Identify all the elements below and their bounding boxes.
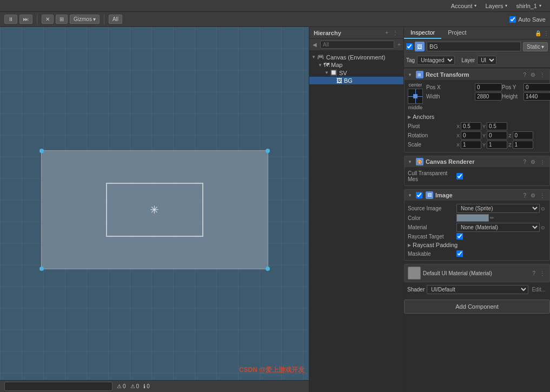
image-enabled-checkbox[interactable] xyxy=(416,192,422,198)
inspector-lock-btn[interactable]: 🔒 xyxy=(534,27,542,39)
material-more-btn[interactable]: ⋮ xyxy=(539,270,546,276)
image-help-btn[interactable]: ? xyxy=(522,192,527,198)
hierarchy-item-map[interactable]: ▼ 🗺 Map xyxy=(309,61,403,69)
source-image-select[interactable]: None (Sprite) xyxy=(456,204,540,213)
tab-inspector[interactable]: Inspector xyxy=(404,27,441,39)
scale-x-input[interactable] xyxy=(461,141,481,149)
rot-y-input[interactable] xyxy=(487,131,507,139)
gizmos-button[interactable]: Gizmos ▾ xyxy=(70,15,100,24)
all-label: All xyxy=(112,16,118,22)
info-badge: ℹ 0 xyxy=(143,383,150,389)
bg-rect[interactable]: ✳ xyxy=(41,150,268,269)
canvas-renderer-more-btn[interactable]: ⋮ xyxy=(539,159,546,165)
height-input[interactable] xyxy=(524,92,550,101)
auto-save-checkbox[interactable] xyxy=(509,16,516,23)
handle-top-right[interactable] xyxy=(266,149,270,153)
anchors-row[interactable]: ▶ Anchors xyxy=(408,112,546,121)
shader-select[interactable]: UI/Default xyxy=(427,285,528,294)
scale-z-input[interactable] xyxy=(513,141,533,149)
obj-active-checkbox[interactable] xyxy=(406,43,413,50)
handle-bottom-left[interactable] xyxy=(39,267,44,271)
gizmos-dropdown-icon: ▾ xyxy=(93,16,96,22)
inner-rect: ✳ xyxy=(106,183,203,237)
material-row: Material None (Material) ⊙ xyxy=(408,223,546,232)
canvas-renderer-help-btn[interactable]: ? xyxy=(522,159,527,165)
scale-x-label: X xyxy=(456,142,460,148)
pivot-x-label: X xyxy=(456,124,460,129)
pos-y-input[interactable] xyxy=(524,83,550,91)
rect-transform-header[interactable]: ▼ ⊞ Rect Transform ? ⚙ ⋮ xyxy=(405,69,549,80)
shader-edit-btn[interactable]: Edit... xyxy=(531,287,547,293)
error-icon: ⚠ xyxy=(117,383,122,389)
pivot-x-input[interactable] xyxy=(461,122,481,130)
maskable-checkbox[interactable] xyxy=(456,250,463,257)
rect-transform-icon: ⊞ xyxy=(416,71,423,78)
inspector-more-btn[interactable]: ⋮ xyxy=(542,27,550,39)
rot-x-input[interactable] xyxy=(461,131,481,139)
all-button[interactable]: All xyxy=(109,15,122,24)
rect-transform-help-btn[interactable]: ? xyxy=(522,72,527,78)
layers-menu[interactable]: Layers ▾ xyxy=(481,3,512,9)
tag-select[interactable]: Untagged xyxy=(417,56,455,65)
hierarchy-add-btn[interactable]: + xyxy=(384,30,389,36)
step-button[interactable]: ⏭ xyxy=(19,15,32,24)
image-more-btn[interactable]: ⋮ xyxy=(539,192,546,198)
hierarchy-plus-btn[interactable]: + xyxy=(396,42,402,48)
material-select[interactable]: None (Material) xyxy=(456,223,540,232)
user-menu[interactable]: shirln_1 ▾ xyxy=(512,3,546,9)
width-input[interactable] xyxy=(475,92,502,101)
pivot-label: Pivot xyxy=(408,123,456,129)
scale-y-input[interactable] xyxy=(487,141,507,149)
raycast-target-checkbox[interactable] xyxy=(456,233,463,240)
canvas-renderer-header[interactable]: ▼ 🎨 Canvas Renderer ? ⚙ ⋮ xyxy=(405,156,549,167)
hierarchy-item-map-root[interactable]: ▼ 🎮 Canvas (Environment) xyxy=(309,53,403,61)
rect-transform-settings-btn[interactable]: ⚙ xyxy=(529,72,536,78)
hierarchy-back-btn[interactable]: ◀ xyxy=(312,42,318,48)
image-settings-btn[interactable]: ⚙ xyxy=(529,192,536,198)
account-menu[interactable]: Account ▾ xyxy=(447,3,481,9)
watermark: CSDN @爱上游戏开发 xyxy=(235,363,309,377)
image-header[interactable]: ▼ 🖼 Image ? ⚙ ⋮ xyxy=(405,190,549,201)
raycast-padding-row[interactable]: ▶ Raycast Padding xyxy=(408,241,546,249)
source-image-pick-btn[interactable]: ⊙ xyxy=(540,206,546,211)
layers-label: Layers xyxy=(485,3,503,9)
material-pick-btn[interactable]: ⊙ xyxy=(540,225,546,230)
raycast-padding-label: Raycast Padding xyxy=(413,242,458,248)
color-pick-btn[interactable]: ✏ xyxy=(489,215,495,221)
cull-checkbox[interactable] xyxy=(456,173,463,180)
pos-x-input[interactable] xyxy=(475,83,502,91)
hierarchy-more-btn[interactable]: ⋮ xyxy=(392,30,399,36)
scene-search-input[interactable] xyxy=(4,382,112,391)
canvas-renderer-settings-btn[interactable]: ⚙ xyxy=(529,159,536,165)
rect-transform-title: Rect Transform xyxy=(426,71,520,78)
main-layout: ✳ CSDN @爱上游戏开发 ⚠ 0 ⚠ 0 ℹ 0 Hierarchy xyxy=(0,27,550,392)
layers-dropdown-icon: ▾ xyxy=(505,3,507,8)
static-button[interactable]: Static ▾ xyxy=(523,42,548,51)
pivot-y-input[interactable] xyxy=(487,122,507,130)
hierarchy-item-bg[interactable]: 🖼 BG xyxy=(309,77,403,84)
rotation-row: Rotation X Y Z xyxy=(408,131,546,139)
material-label: Material xyxy=(408,224,456,230)
scene-view[interactable]: ✳ CSDN @爱上游戏开发 ⚠ 0 ⚠ 0 ℹ 0 xyxy=(0,27,309,392)
rot-z-input[interactable] xyxy=(513,131,533,139)
anchor-widget[interactable] xyxy=(408,89,423,104)
rect-transform-more-btn[interactable]: ⋮ xyxy=(539,72,546,78)
default-material-section: Default UI Material (Material) ? ⋮ xyxy=(404,264,550,282)
width-label: Width xyxy=(426,94,475,99)
toolbar-sep-2 xyxy=(104,15,104,24)
handle-top-left[interactable] xyxy=(39,149,44,153)
layer-select[interactable]: UI xyxy=(477,56,496,65)
raycast-target-row: Raycast Target xyxy=(408,233,546,240)
color-swatch[interactable] xyxy=(456,214,489,222)
hierarchy-item-sv[interactable]: ▼ 🔲 SV xyxy=(309,69,403,77)
add-component-button[interactable]: Add Component xyxy=(404,300,550,314)
material-help-btn[interactable]: ? xyxy=(531,270,536,276)
tab-project[interactable]: Project xyxy=(441,27,473,39)
hierarchy-search-input[interactable] xyxy=(320,41,394,49)
tools-button[interactable]: ✕ xyxy=(42,15,54,24)
obj-name-input[interactable] xyxy=(427,42,521,51)
view-mode-button[interactable]: ⊞ xyxy=(56,15,68,24)
handle-bottom-right[interactable] xyxy=(266,267,270,271)
tree-arrow-canvas: ▼ xyxy=(312,55,317,59)
pause-button[interactable]: ⏸ xyxy=(4,15,17,24)
